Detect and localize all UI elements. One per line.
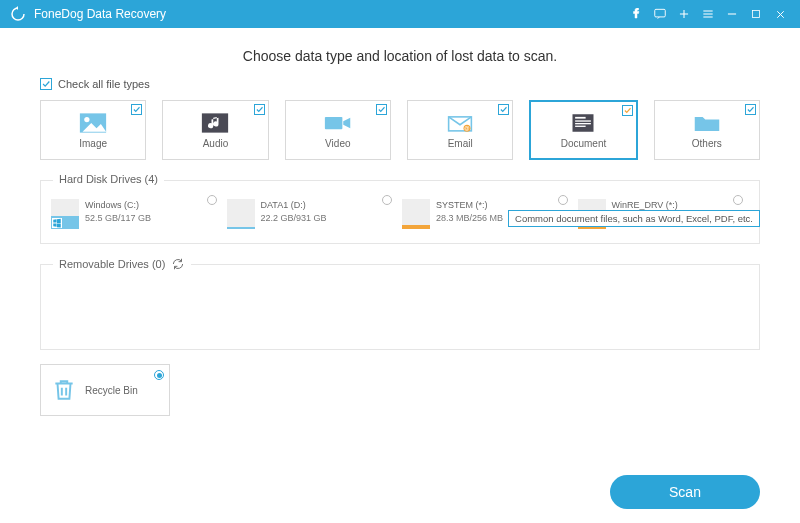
tile-others-checkbox[interactable] [745, 104, 756, 115]
video-icon [324, 112, 352, 134]
tile-video-label: Video [325, 138, 350, 149]
drive-usage-icon [227, 199, 255, 229]
svg-rect-13 [576, 125, 587, 126]
tile-others[interactable]: Others [654, 100, 760, 160]
tile-recycle-bin[interactable]: Recycle Bin [40, 364, 170, 416]
tile-image-label: Image [79, 138, 107, 149]
svg-rect-10 [576, 116, 587, 118]
tile-document-label: Document [561, 138, 607, 149]
tile-audio[interactable]: Audio [162, 100, 268, 160]
refresh-icon[interactable] [171, 257, 185, 271]
drive-name: SYSTEM (*:) [436, 199, 503, 212]
tile-email-checkbox[interactable] [498, 104, 509, 115]
recycle-bin-label: Recycle Bin [85, 385, 138, 396]
section-removable: Removable Drives (0) [40, 264, 760, 350]
image-icon [79, 112, 107, 134]
svg-point-3 [84, 116, 89, 121]
check-all-checkbox[interactable] [40, 78, 52, 90]
svg-rect-1 [753, 11, 760, 18]
svg-rect-11 [576, 120, 592, 121]
plus-icon[interactable] [674, 4, 694, 24]
drive-radio[interactable] [382, 195, 392, 205]
svg-rect-12 [576, 123, 592, 124]
tile-image[interactable]: Image [40, 100, 146, 160]
tile-audio-label: Audio [203, 138, 229, 149]
drive-usage-icon [51, 199, 79, 229]
svg-rect-0 [655, 9, 666, 17]
feedback-icon[interactable] [650, 4, 670, 24]
drive-size: 52.5 GB/117 GB [85, 212, 151, 225]
section-hdd-legend: Hard Disk Drives (4) [53, 173, 164, 185]
drive-item[interactable]: DATA1 (D:)22.2 GB/931 GB [227, 195, 399, 233]
document-icon [569, 112, 597, 134]
facebook-icon[interactable] [626, 4, 646, 24]
check-all-label: Check all file types [58, 78, 150, 90]
close-icon[interactable] [770, 4, 790, 24]
drive-radio[interactable] [733, 195, 743, 205]
drive-usage-icon [402, 199, 430, 229]
tile-others-label: Others [692, 138, 722, 149]
app-title: FoneDog Data Recovery [34, 7, 166, 21]
page-heading: Choose data type and location of lost da… [40, 48, 760, 64]
drive-item[interactable]: Windows (C:)52.5 GB/117 GB [51, 195, 223, 233]
scan-button-label: Scan [669, 484, 701, 500]
tile-video-checkbox[interactable] [376, 104, 387, 115]
document-tooltip: Common document files, such as Word, Exc… [508, 210, 760, 227]
check-all-row[interactable]: Check all file types [40, 78, 760, 90]
svg-text:@: @ [464, 125, 469, 131]
file-type-grid: Image Audio Video @ Email Document Other… [40, 100, 760, 160]
menu-icon[interactable] [698, 4, 718, 24]
tile-document-checkbox[interactable] [622, 105, 633, 116]
tile-email[interactable]: @ Email [407, 100, 513, 160]
drive-size: 28.3 MB/256 MB [436, 212, 503, 225]
folder-icon [693, 112, 721, 134]
audio-icon [201, 112, 229, 134]
drive-size: 22.2 GB/931 GB [261, 212, 327, 225]
minimize-icon[interactable] [722, 4, 742, 24]
email-icon: @ [446, 112, 474, 134]
section-removable-legend: Removable Drives (0) [59, 258, 165, 270]
svg-rect-5 [325, 116, 343, 128]
drive-name: DATA1 (D:) [261, 199, 327, 212]
drive-radio[interactable] [207, 195, 217, 205]
drive-radio[interactable] [558, 195, 568, 205]
maximize-icon[interactable] [746, 4, 766, 24]
trash-icon [51, 377, 77, 403]
tile-document[interactable]: Document [529, 100, 637, 160]
tile-image-checkbox[interactable] [131, 104, 142, 115]
app-logo-icon [10, 6, 26, 22]
tile-video[interactable]: Video [285, 100, 391, 160]
tile-email-label: Email [448, 138, 473, 149]
tile-audio-checkbox[interactable] [254, 104, 265, 115]
title-bar: FoneDog Data Recovery [0, 0, 800, 28]
recycle-bin-radio[interactable] [154, 370, 164, 380]
drive-name: Windows (C:) [85, 199, 151, 212]
scan-button[interactable]: Scan [610, 475, 760, 509]
